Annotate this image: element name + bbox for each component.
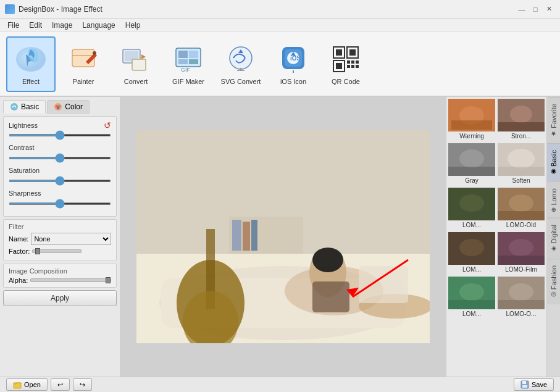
- tab-basic[interactable]: Basic: [3, 100, 46, 114]
- toolbar-gif-maker[interactable]: GIF GIF Maker: [164, 36, 213, 92]
- open-button[interactable]: Open: [6, 378, 48, 391]
- toolbar-painter[interactable]: Painter: [59, 36, 108, 92]
- vtab-basic[interactable]: ◉ Basic: [547, 143, 560, 181]
- qr-code-icon: [330, 43, 362, 75]
- title-bar-left: DesignBox - Image Effect: [5, 4, 102, 14]
- lomo-film-thumb: [498, 232, 545, 265]
- saturation-slider[interactable]: [9, 180, 111, 182]
- save-button[interactable]: Save: [514, 378, 554, 391]
- svg-rect-74: [448, 188, 495, 220]
- photo-frame: [136, 130, 430, 343]
- toolbar-effect[interactable]: Effect: [6, 36, 56, 92]
- svg-text:GIF: GIF: [181, 67, 191, 73]
- tab-color[interactable]: Color: [47, 100, 90, 114]
- svg-rect-89: [498, 300, 545, 309]
- close-button[interactable]: ✕: [543, 3, 555, 15]
- main-area: Basic Color Lightness ↺: [0, 97, 560, 377]
- contrast-label: Contrast: [9, 144, 111, 151]
- redo-button[interactable]: ↪: [73, 378, 92, 391]
- svg-rect-11: [178, 59, 188, 64]
- filter-title: Filter: [9, 223, 111, 230]
- status-left: Open ↩ ↪: [6, 378, 92, 391]
- svg-point-35: [10, 103, 18, 111]
- sharpness-label: Sharpness: [9, 190, 111, 197]
- window-controls: — □ ✕: [516, 3, 555, 15]
- lomo-o-thumb: [498, 277, 545, 309]
- svg-point-70: [508, 149, 535, 169]
- photo-image: [136, 130, 430, 343]
- lightness-slider[interactable]: [9, 134, 111, 136]
- painter-label: Painter: [73, 78, 94, 85]
- toolbar-ios-icon[interactable]: iOS iOS Icon: [269, 36, 318, 92]
- alpha-track[interactable]: [30, 278, 111, 282]
- menu-image[interactable]: Image: [47, 20, 77, 31]
- alpha-thumb: [106, 277, 111, 283]
- lom3-label: LOM...: [462, 309, 481, 319]
- menu-help[interactable]: Help: [120, 20, 146, 31]
- svg-point-51: [312, 248, 343, 272]
- lightness-reset[interactable]: ↺: [104, 120, 111, 130]
- svg-point-67: [459, 149, 484, 168]
- vtab-fashion[interactable]: ◎ Fashion: [547, 259, 560, 304]
- effect-warming[interactable]: Warming: [448, 98, 496, 141]
- vtab-lomo[interactable]: ⊕ Lomo: [547, 181, 560, 219]
- svg-rect-10: [189, 51, 198, 58]
- strong-label: Stron...: [511, 131, 531, 141]
- toolbar-svg-convert[interactable]: SVG Convert: [216, 36, 265, 92]
- status-bar: Open ↩ ↪ Save: [0, 377, 560, 392]
- svg-text:iOS: iOS: [290, 55, 301, 62]
- effect-gray[interactable]: Gray: [448, 143, 496, 186]
- svg-rect-52: [312, 281, 349, 312]
- sharpness-slider-container: [9, 199, 111, 209]
- convert-icon: [120, 43, 152, 75]
- apply-button[interactable]: Apply: [3, 290, 117, 306]
- svg-convert-icon: [225, 43, 257, 75]
- svg-point-64: [510, 106, 532, 123]
- effect-label: Effect: [22, 78, 40, 85]
- svg-rect-62: [451, 120, 492, 130]
- vtab-digital[interactable]: ◈ Digital: [547, 218, 560, 259]
- filter-name-select[interactable]: None Blur Sharpen Emboss: [31, 233, 111, 245]
- contrast-row: Contrast: [9, 144, 111, 163]
- saturation-row: Saturation: [9, 167, 111, 186]
- svg-rect-9: [178, 51, 188, 58]
- minimize-button[interactable]: —: [516, 3, 528, 15]
- app-icon: [5, 4, 15, 14]
- effect-lom3[interactable]: LOM...: [448, 276, 496, 319]
- open-icon: [13, 380, 22, 389]
- effect-lom1[interactable]: LOM...: [448, 187, 496, 230]
- toolbar-qr-code[interactable]: QR Code: [321, 36, 370, 92]
- strong-thumb: [498, 99, 545, 131]
- svg-rect-28: [336, 63, 342, 69]
- filter-section: Filter Name: None Blur Sharpen Emboss Fa…: [3, 219, 117, 261]
- svg-point-76: [509, 194, 533, 212]
- svg-rect-24: [336, 49, 342, 56]
- effect-row-5: LOM... LOMO-O...: [448, 276, 545, 319]
- contrast-slider[interactable]: [9, 157, 111, 159]
- painter-icon: [67, 43, 99, 75]
- svg-point-4: [93, 51, 96, 55]
- filter-factor-track[interactable]: [32, 249, 81, 253]
- vtab-favorite[interactable]: ★ Favorite: [547, 97, 560, 143]
- color-tab-icon: [54, 102, 62, 111]
- menu-edit[interactable]: Edit: [24, 20, 47, 31]
- soften-thumb: [498, 143, 545, 176]
- effect-lomo-old[interactable]: LOMO-Old: [497, 187, 545, 230]
- filter-factor-thumb: [35, 248, 40, 254]
- sharpness-slider[interactable]: [9, 202, 111, 205]
- effect-lomo-film[interactable]: LOMO-Film: [497, 231, 545, 275]
- menu-bar: File Edit Image Language Help: [0, 19, 560, 32]
- menu-language[interactable]: Language: [77, 20, 120, 31]
- effect-row-1: Warming Stron...: [448, 98, 545, 141]
- gray-thumb: [448, 143, 495, 176]
- menu-file[interactable]: File: [2, 20, 24, 31]
- effect-strong[interactable]: Stron...: [497, 98, 545, 141]
- effect-soften[interactable]: Soften: [497, 143, 545, 186]
- svg-point-88: [509, 283, 533, 301]
- effect-lomo-o[interactable]: LOMO-O...: [497, 276, 545, 319]
- effect-lom2[interactable]: LOM...: [448, 231, 496, 275]
- toolbar-convert[interactable]: Convert: [111, 36, 161, 92]
- maximize-button[interactable]: □: [529, 3, 541, 15]
- convert-label: Convert: [124, 78, 148, 85]
- undo-button[interactable]: ↩: [51, 378, 70, 391]
